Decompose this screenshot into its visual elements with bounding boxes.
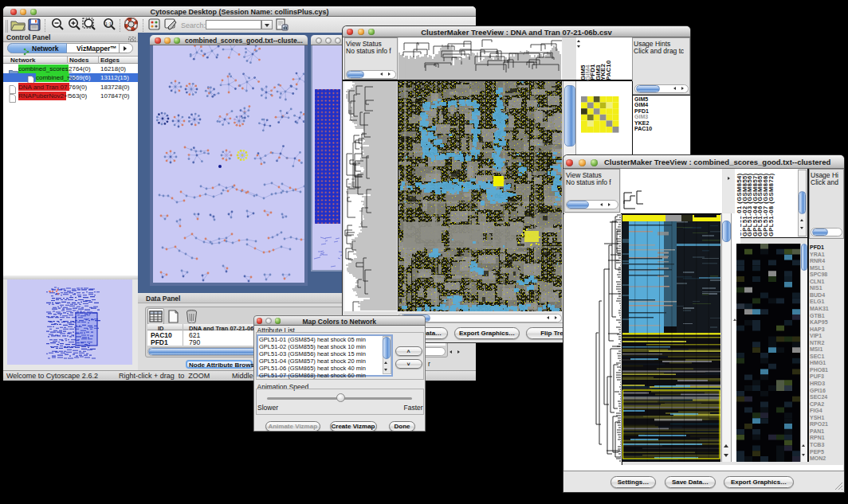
svg-text:1:1: 1:1 [105,21,112,26]
